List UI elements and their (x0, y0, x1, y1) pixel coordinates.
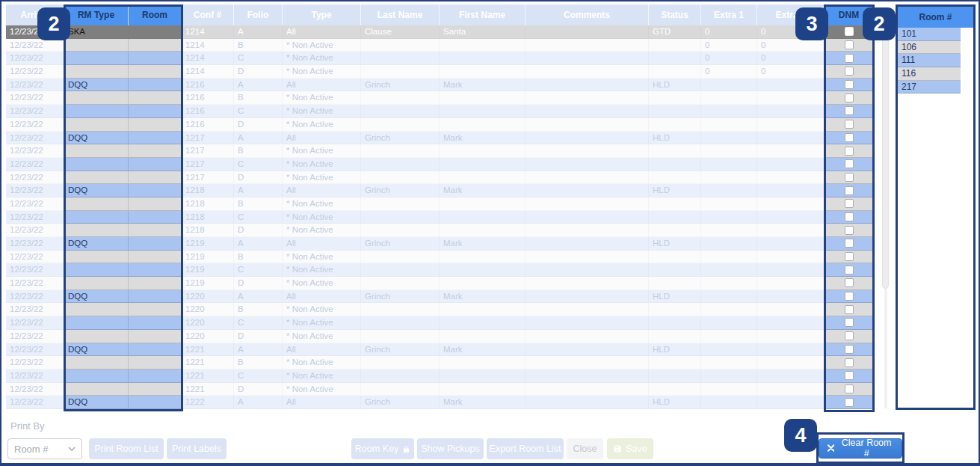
cell-room[interactable] (129, 383, 182, 396)
cell-extra2[interactable] (757, 211, 825, 224)
cell-dnm[interactable] (825, 171, 874, 185)
cell-first_name[interactable]: Mark (440, 396, 526, 409)
cell-rm_type[interactable]: SKA (64, 25, 129, 39)
cell-status[interactable]: HLD (649, 184, 701, 197)
cell-first_name[interactable]: Mark (440, 79, 526, 92)
export-room-list-button[interactable]: Export Room List (487, 438, 564, 459)
cell-rm_type[interactable] (64, 251, 129, 264)
show-pickups-button[interactable]: Show Pickups (417, 438, 484, 459)
cell-folio[interactable]: D (234, 383, 283, 396)
cell-extra1[interactable] (701, 171, 757, 185)
cell-last_name[interactable]: Grinch (361, 79, 440, 92)
cell-first_name[interactable] (440, 144, 526, 158)
cell-first_name[interactable] (440, 330, 526, 343)
cell-folio[interactable]: A (234, 343, 283, 357)
cell-dnm[interactable] (825, 105, 874, 118)
cell-last_name[interactable] (361, 65, 440, 79)
cell-first_name[interactable]: Mark (440, 290, 526, 304)
dnm-checkbox[interactable] (845, 173, 854, 182)
cell-last_name[interactable] (361, 171, 440, 185)
dnm-checkbox[interactable] (845, 27, 854, 36)
column-header-room[interactable]: Room (129, 4, 182, 25)
cell-dnm[interactable] (825, 251, 874, 264)
cell-first_name[interactable] (440, 251, 526, 264)
cell-comments[interactable] (526, 132, 649, 145)
cell-type[interactable]: * Non Active (283, 171, 361, 185)
print-by-select[interactable]: Room # (7, 438, 82, 459)
cell-first_name[interactable] (440, 197, 526, 211)
cell-rm_type[interactable] (64, 383, 129, 396)
cell-type[interactable]: * Non Active (283, 251, 361, 264)
cell-room[interactable] (129, 224, 182, 237)
cell-conf[interactable]: 1216 (182, 118, 234, 132)
cell-extra2[interactable] (757, 118, 825, 132)
cell-dnm[interactable] (825, 197, 874, 211)
cell-room[interactable] (129, 105, 182, 118)
cell-type[interactable]: All (283, 396, 361, 409)
cell-room[interactable] (129, 39, 182, 52)
cell-comments[interactable] (526, 370, 649, 383)
cell-date[interactable]: 12/23/22 (6, 263, 64, 277)
cell-extra1[interactable]: 0 (701, 52, 757, 65)
cell-status[interactable] (649, 330, 701, 343)
dnm-checkbox[interactable] (845, 159, 854, 168)
cell-conf[interactable]: 1216 (182, 79, 234, 92)
cell-rm_type[interactable] (64, 118, 129, 132)
dnm-checkbox[interactable] (845, 305, 854, 314)
room-list-item[interactable]: 217 (898, 81, 961, 94)
cell-date[interactable]: 12/23/22 (6, 277, 64, 290)
cell-first_name[interactable] (440, 158, 526, 171)
cell-comments[interactable] (526, 343, 649, 357)
dnm-checkbox[interactable] (845, 358, 854, 367)
cell-first_name[interactable] (440, 105, 526, 118)
cell-type[interactable]: * Non Active (283, 224, 361, 237)
cell-rm_type[interactable]: DQQ (64, 290, 129, 304)
cell-status[interactable]: HLD (649, 132, 701, 145)
cell-status[interactable]: HLD (649, 396, 701, 409)
cell-conf[interactable]: 1220 (182, 303, 234, 316)
cell-folio[interactable]: B (234, 144, 283, 158)
cell-dnm[interactable] (825, 118, 874, 132)
cell-room[interactable] (129, 91, 182, 105)
cell-room[interactable] (129, 343, 182, 357)
dnm-checkbox[interactable] (845, 67, 854, 76)
cell-conf[interactable]: 1219 (182, 263, 234, 277)
cell-folio[interactable]: D (234, 118, 283, 132)
cell-room[interactable] (129, 211, 182, 224)
cell-comments[interactable] (526, 263, 649, 277)
cell-status[interactable]: HLD (649, 79, 701, 92)
cell-type[interactable]: * Non Active (283, 330, 361, 343)
cell-conf[interactable]: 1216 (182, 105, 234, 118)
cell-dnm[interactable] (825, 396, 874, 409)
cell-last_name[interactable] (361, 316, 440, 330)
cell-last_name[interactable] (361, 383, 440, 396)
cell-conf[interactable]: 1214 (182, 25, 234, 39)
cell-first_name[interactable] (440, 383, 526, 396)
cell-last_name[interactable] (361, 105, 440, 118)
cell-folio[interactable]: A (234, 184, 283, 197)
cell-date[interactable]: 12/23/22 (6, 224, 64, 237)
cell-last_name[interactable] (361, 39, 440, 52)
cell-extra2[interactable] (757, 343, 825, 357)
cell-comments[interactable] (526, 316, 649, 330)
cell-dnm[interactable] (825, 383, 874, 396)
cell-folio[interactable]: B (234, 251, 283, 264)
cell-extra2[interactable]: 0 (757, 52, 825, 65)
cell-comments[interactable] (526, 396, 649, 409)
cell-first_name[interactable] (440, 52, 526, 65)
dnm-checkbox[interactable] (845, 345, 854, 354)
dnm-checkbox[interactable] (845, 199, 854, 208)
cell-extra1[interactable] (701, 105, 757, 118)
cell-status[interactable] (649, 91, 701, 105)
room-key-button[interactable]: Room Key (351, 438, 414, 459)
dnm-checkbox[interactable] (845, 226, 854, 235)
dnm-checkbox[interactable] (845, 331, 854, 340)
cell-date[interactable]: 12/23/22 (6, 370, 64, 383)
cell-dnm[interactable] (825, 330, 874, 343)
vertical-scrollbar-thumb[interactable] (882, 27, 889, 289)
cell-first_name[interactable] (440, 277, 526, 290)
dnm-checkbox[interactable] (845, 371, 854, 380)
cell-folio[interactable]: D (234, 65, 283, 79)
cell-conf[interactable]: 1217 (182, 132, 234, 145)
cell-date[interactable]: 12/23/22 (6, 91, 64, 105)
